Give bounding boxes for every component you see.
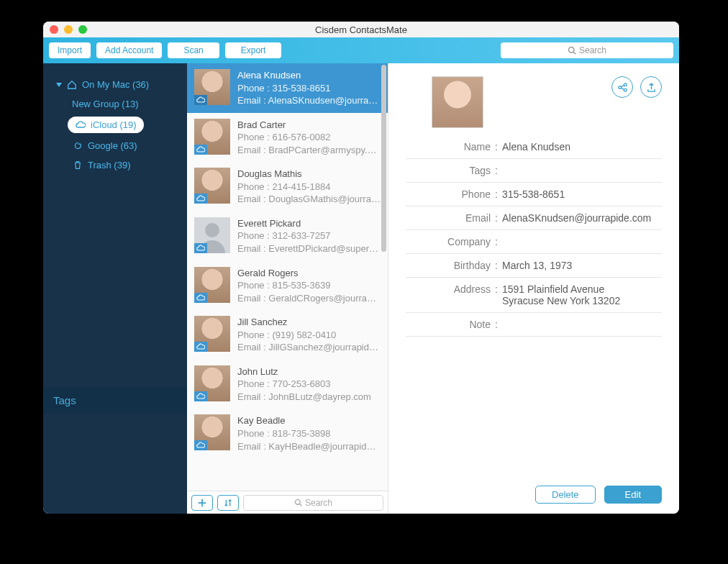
avatar [194,217,230,253]
import-button[interactable]: Import [49,42,91,58]
toolbar: Import Add Account Scan Export Search [43,37,679,63]
sort-button[interactable] [217,495,239,511]
scrollbar[interactable] [381,65,386,252]
sidebar-item-new-group[interactable]: New Group (13) [68,94,178,114]
sidebar: On My Mac (36) New Group (13) iCloud (19… [43,63,187,514]
contact-name: Kay Beadle [237,414,381,427]
app-window: Cisdem ContactsMate Import Add Account S… [43,22,679,514]
contact-phone: Phone : 312-633-7257 [237,229,381,242]
search-input[interactable]: Search [501,42,673,58]
contact-email: Email : JohnBLutz@dayrep.com [237,391,381,404]
edit-button[interactable]: Edit [604,486,662,504]
window-title: Cisdem ContactsMate [315,24,407,35]
svg-line-1 [573,52,575,54]
svg-point-4 [618,86,621,88]
trash-icon [72,160,83,170]
avatar [432,76,483,128]
contact-name: Douglas Mathis [237,168,381,181]
field-label-name: Name [406,141,491,153]
field-label-address: Address [406,283,491,306]
list-search-input[interactable]: Search [243,495,383,511]
export-button[interactable]: Export [225,42,282,58]
cloud-icon [194,440,207,450]
contact-name: John Lutz [237,365,381,378]
contact-list-item[interactable]: Everett PickardPhone : 312-633-7257Email… [187,212,388,261]
minimize-window-button[interactable] [64,25,73,34]
contact-phone: Phone : 315-538-8651 [237,82,381,95]
svg-point-5 [624,83,627,86]
contact-list-item[interactable]: Brad CarterPhone : 616-576-0082Email : B… [187,113,388,163]
contact-list-item[interactable]: John LutzPhone : 770-253-6803Email : Joh… [187,360,388,409]
avatar [194,119,230,155]
cloud-icon [194,243,207,253]
list-footer: Search [187,491,388,514]
cloud-icon [194,145,207,155]
export-contact-button[interactable] [640,76,662,98]
contact-name: Everett Pickard [237,217,381,230]
sidebar-item-on-my-mac[interactable]: On My Mac (36) [52,75,178,94]
contact-email: Email : JillGSanchez@jourrapide.com [237,341,381,354]
contact-list-item[interactable]: Kay BeadlePhone : 818-735-3898Email : Ka… [187,409,388,458]
contact-name: Gerald Rogers [237,267,381,280]
contact-list: Alena KnudsenPhone : 315-538-8651Email :… [187,63,388,514]
contact-phone: Phone : 818-735-3898 [237,427,381,440]
contact-email: Email : DouglasGMathis@jourrapid... [237,193,381,206]
scan-button[interactable]: Scan [168,42,219,58]
contact-list-item[interactable]: Alena KnudsenPhone : 315-538-8651Email :… [187,63,388,113]
cloud-icon [75,121,86,129]
cloud-icon [194,293,207,303]
contact-email: Email : AlenaSKnudsen@jourrapide.. [237,94,381,107]
svg-point-6 [624,88,627,91]
cloud-icon [194,391,207,401]
svg-line-3 [300,504,302,506]
avatar [194,69,230,105]
contact-email: Email : GeraldCRogers@jourrapide.... [237,292,381,305]
contact-name: Alena Knudsen [237,69,381,82]
field-label-email: Email [406,212,491,224]
cloud-icon [194,95,207,105]
contact-phone: Phone : 815-535-3639 [237,279,381,292]
contact-phone: Phone : 770-253-6803 [237,378,381,391]
avatar [194,316,230,352]
field-value-birthday: March 13, 1973 [502,260,662,271]
add-account-button[interactable]: Add Account [96,42,162,58]
delete-button[interactable]: Delete [535,486,596,504]
titlebar: Cisdem ContactsMate [43,22,679,37]
field-label-company: Company [406,236,491,247]
svg-point-2 [295,499,300,504]
add-contact-button[interactable] [191,495,213,511]
avatar [194,168,230,204]
contact-name: Brad Carter [237,119,381,132]
zoom-window-button[interactable] [78,25,87,34]
detail-fields: Name:Alena Knudsen Tags: Phone:315-538-8… [388,135,679,337]
chevron-down-icon [56,83,62,87]
svg-point-0 [568,47,574,53]
sidebar-item-icloud[interactable]: iCloud (19) [68,117,144,133]
field-label-phone: Phone [406,188,491,200]
google-icon [72,141,83,150]
field-value-company [502,236,662,247]
search-icon [294,499,302,506]
share-button[interactable] [611,76,633,98]
sidebar-tags-header[interactable]: Tags [43,387,187,414]
contact-phone: Phone : 616-576-0082 [237,131,381,144]
contact-email: Email : KayHBeadle@jourrapide.com [237,440,381,453]
field-label-note: Note [406,319,491,330]
field-value-email: AlenaSKnudsen@jourrapide.com [502,212,662,224]
field-value-address: 1591 Plainfield AvenueSyracuse New York … [502,283,662,306]
avatar [194,365,230,401]
avatar [194,414,230,450]
sidebar-item-trash[interactable]: Trash (39) [68,155,178,175]
sidebar-item-google[interactable]: Google (63) [68,136,178,155]
contact-detail: Name:Alena Knudsen Tags: Phone:315-538-8… [388,63,679,514]
contact-list-item[interactable]: Jill SanchezPhone : (919) 582-0410Email … [187,310,388,360]
contact-email: Email : BradPCarter@armyspy.com [237,144,381,157]
search-icon [568,46,576,55]
avatar [194,267,230,303]
contact-list-item[interactable]: Douglas MathisPhone : 214-415-1884Email … [187,162,388,212]
contact-phone: Phone : (919) 582-0410 [237,329,381,342]
field-value-phone: 315-538-8651 [502,188,662,200]
cloud-icon [194,194,207,204]
close-window-button[interactable] [50,25,58,34]
contact-list-item[interactable]: Gerald RogersPhone : 815-535-3639Email :… [187,261,388,311]
